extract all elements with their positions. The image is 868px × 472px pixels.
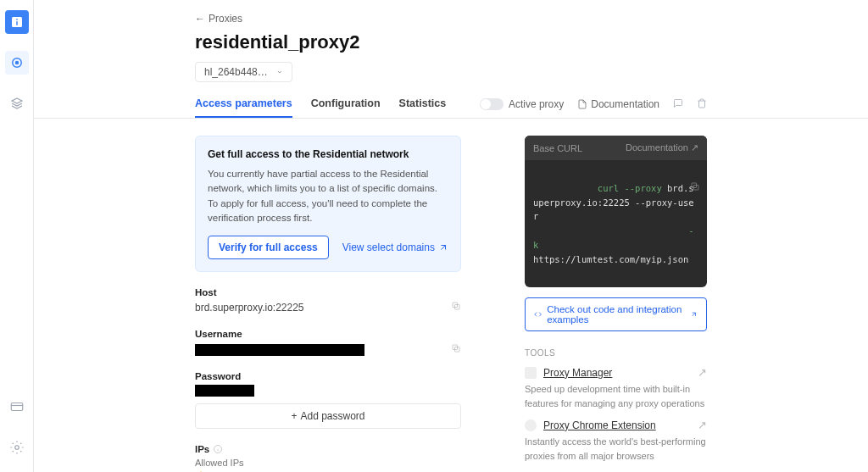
tab-statistics[interactable]: Statistics (399, 91, 447, 118)
sidebar-billing-icon[interactable] (5, 395, 29, 419)
password-label: Password (195, 371, 461, 381)
username-label: Username (195, 329, 461, 339)
integration-examples-button[interactable]: Check out code and integration examples (525, 297, 707, 331)
integration-btn-label: Check out code and integration examples (547, 304, 685, 325)
copy-host-icon[interactable] (451, 301, 461, 314)
ips-label: IPs (195, 444, 461, 454)
svg-rect-2 (16, 21, 18, 25)
sidebar-settings-icon[interactable] (5, 436, 29, 459)
active-proxy-label: Active proxy (509, 98, 564, 110)
copy-username-icon[interactable] (451, 343, 461, 356)
password-value-redacted (195, 385, 254, 397)
tab-configuration[interactable]: Configuration (311, 91, 381, 118)
external-link-icon (690, 309, 698, 319)
view-domains-link[interactable]: View select domains (342, 242, 448, 253)
tool-icon (525, 367, 537, 379)
copy-code-icon[interactable] (615, 167, 700, 209)
tool-name-link[interactable]: Proxy Chrome Extension (543, 419, 656, 431)
code-tab-label[interactable]: Base CURL (533, 143, 582, 153)
code-icon (534, 309, 542, 319)
documentation-link[interactable]: Documentation (577, 98, 659, 110)
tool-description: Speed up development time with built-in … (525, 382, 707, 410)
svg-point-7 (14, 446, 19, 450)
document-icon (577, 99, 587, 109)
info-icon[interactable] (213, 444, 223, 454)
back-arrow-icon: ← (195, 13, 205, 25)
sidebar-layers-icon[interactable] (5, 92, 29, 115)
tool-chrome-extension: Proxy Chrome Extension ↗ Instantly acces… (525, 419, 707, 463)
code-example-box: Base CURL Documentation ↗ curl --proxy b… (525, 136, 707, 287)
tabs-row: Access parameters Configuration Statisti… (34, 91, 868, 119)
plus-icon: + (291, 410, 297, 422)
main-content: ← Proxies residential_proxy2 hl_264b448a… (34, 0, 868, 472)
host-label: Host (195, 287, 461, 297)
add-password-label: Add password (300, 410, 364, 422)
tools-heading: TOOLS (525, 348, 707, 358)
tab-access-parameters[interactable]: Access parameters (195, 91, 292, 118)
banner-title: Get full access to the Residential netwo… (208, 148, 448, 160)
tool-open-icon[interactable]: ↗ (698, 419, 707, 431)
back-link[interactable]: ← Proxies (195, 13, 242, 25)
active-proxy-toggle[interactable] (480, 98, 504, 110)
svg-rect-5 (11, 403, 23, 411)
banner-text: You currently have partial access to the… (208, 167, 448, 225)
svg-point-4 (15, 62, 18, 64)
add-password-button[interactable]: + Add password (195, 403, 461, 429)
tool-description: Instantly access the world's best-perfor… (525, 435, 707, 463)
sidebar-location-icon[interactable] (5, 51, 29, 75)
delete-icon[interactable] (697, 98, 707, 111)
unit-selector-label: hl_264b448a (Draft.d… (204, 66, 271, 78)
sidebar (0, 0, 34, 472)
svg-rect-1 (16, 19, 18, 20)
page-title: residential_proxy2 (195, 31, 868, 53)
view-domains-label: View select domains (342, 242, 435, 253)
chevron-down-icon (276, 67, 283, 77)
allowed-ips-label: Allowed IPs (195, 458, 461, 468)
back-label: Proxies (209, 13, 242, 25)
external-link-icon (438, 242, 448, 253)
access-banner: Get full access to the Residential netwo… (195, 136, 461, 272)
code-documentation-link[interactable]: Documentation ↗ (626, 142, 698, 153)
tool-name-link[interactable]: Proxy Manager (543, 367, 612, 379)
comment-icon[interactable] (673, 98, 683, 111)
tool-icon (525, 419, 537, 431)
host-value: brd.superproxy.io:22225 (195, 302, 304, 314)
username-value-redacted (195, 344, 364, 356)
sidebar-info-icon[interactable] (5, 10, 29, 34)
verify-button[interactable]: Verify for full access (208, 236, 329, 259)
tool-proxy-manager: Proxy Manager ↗ Speed up development tim… (525, 366, 707, 410)
tool-open-icon[interactable]: ↗ (698, 366, 707, 379)
documentation-label: Documentation (591, 98, 659, 110)
code-doc-label: Documentation (626, 142, 688, 153)
unit-selector[interactable]: hl_264b448a (Draft.d… (195, 62, 292, 82)
code-body: curl --proxy brd.superproxy.io:22225 --p… (525, 160, 707, 287)
